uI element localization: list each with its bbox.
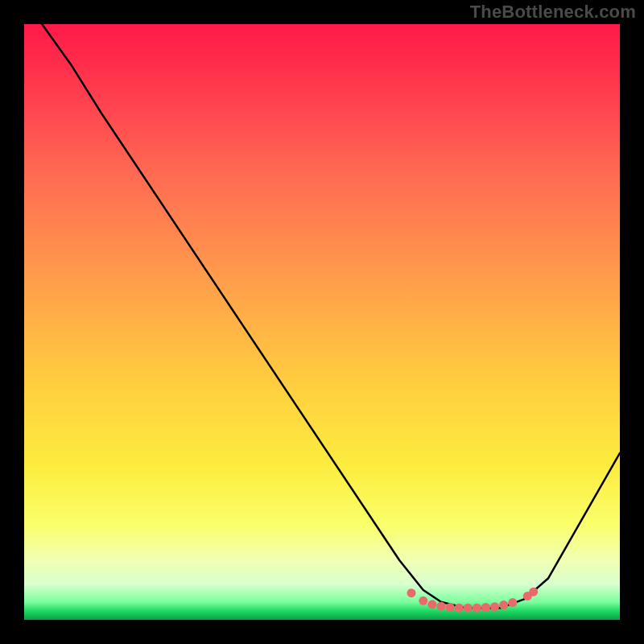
bottleneck-curve — [42, 24, 620, 608]
highlight-dot — [427, 600, 436, 609]
highlight-dot — [419, 597, 427, 605]
highlight-dot — [455, 604, 464, 613]
highlight-dot — [499, 601, 508, 609]
highlight-dot — [446, 603, 455, 612]
highlight-dot — [473, 604, 481, 613]
highlight-dot — [407, 588, 416, 597]
watermark-text: TheBottleneck.com — [470, 2, 636, 23]
plot-area — [24, 24, 620, 620]
highlight-dot — [508, 598, 517, 607]
highlight-dot — [529, 588, 538, 597]
curve-path-group — [42, 24, 620, 608]
highlight-dot — [481, 603, 490, 612]
chart-svg — [24, 24, 620, 620]
chart-frame: TheBottleneck.com — [0, 0, 644, 644]
highlight-dot — [464, 604, 473, 613]
highlight-dot — [437, 602, 446, 611]
highlight-dot — [490, 602, 499, 611]
